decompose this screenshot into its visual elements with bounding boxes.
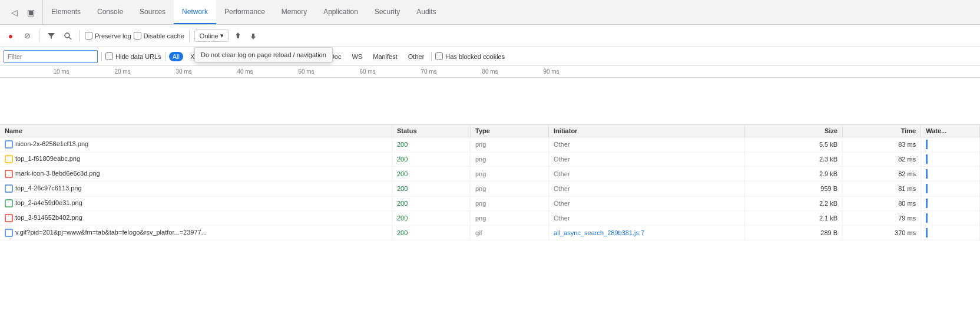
- download-button[interactable]: [247, 29, 260, 42]
- cell-size: 2.9 kB: [744, 167, 842, 182]
- cell-status: 200: [392, 152, 470, 167]
- timeline: 10 ms 20 ms 30 ms 40 ms 50 ms 60 ms 70 m…: [0, 66, 980, 125]
- col-header-initiator[interactable]: Initiator: [549, 125, 745, 137]
- tick-80ms: 80 ms: [482, 68, 498, 75]
- initiator-other: Other: [554, 215, 570, 222]
- preserve-log-checkbox[interactable]: [85, 32, 92, 39]
- tick-20ms: 20 ms: [114, 68, 130, 75]
- col-header-waterfall[interactable]: Wate...: [921, 125, 980, 137]
- cell-size: 959 B: [744, 182, 842, 196]
- tab-network[interactable]: Network: [174, 0, 216, 24]
- preserve-log-label[interactable]: Preserve log: [85, 32, 131, 39]
- filter-bar: Hide data URLs All XHR JS CSS Img Media …: [0, 47, 980, 66]
- cell-initiator: Other: [549, 152, 745, 167]
- tick-30ms: 30 ms: [176, 68, 191, 75]
- cell-name: top_3-914652b402.png: [0, 211, 392, 226]
- cell-size: 289 B: [744, 226, 842, 240]
- file-icon: [5, 214, 13, 222]
- cell-waterfall: [921, 137, 980, 152]
- table-header-row: Name Status Type Initiator Size Time Wat…: [0, 125, 980, 137]
- table-row[interactable]: top_1-f61809eabc.png 200 png Other 2.3 k…: [0, 152, 980, 167]
- filter-button[interactable]: [44, 29, 58, 43]
- online-button[interactable]: Online ▾: [194, 29, 229, 42]
- cell-waterfall: [921, 196, 980, 211]
- table-row[interactable]: top_2-a4e59d0e31.png 200 png Other 2.2 k…: [0, 196, 980, 211]
- cell-time: 82 ms: [843, 167, 921, 182]
- tab-memory[interactable]: Memory: [273, 0, 315, 24]
- cell-name: top_4-26c97c6113.png: [0, 182, 392, 196]
- table-row[interactable]: nicon-2x-6258e1cf13.png 200 png Other 5.…: [0, 137, 980, 152]
- cell-name: top_2-a4e59d0e31.png: [0, 196, 392, 211]
- cell-time: 81 ms: [843, 182, 921, 196]
- col-header-name[interactable]: Name: [0, 125, 392, 137]
- record-button[interactable]: ●: [4, 29, 18, 43]
- cell-type: png: [470, 137, 548, 152]
- cell-time: 82 ms: [843, 152, 921, 167]
- cell-type: png: [470, 196, 548, 211]
- cell-size: 5.5 kB: [744, 137, 842, 152]
- waterfall-bar: [926, 169, 928, 179]
- cell-name: nicon-2x-6258e1cf13.png: [0, 137, 392, 152]
- dock-icon[interactable]: ▣: [24, 5, 38, 19]
- hide-data-urls-checkbox[interactable]: [105, 52, 113, 60]
- cell-time: 80 ms: [843, 196, 921, 211]
- filter-input[interactable]: [4, 50, 98, 63]
- blocked-cookies-checkbox[interactable]: [435, 52, 443, 60]
- cell-status: 200: [392, 226, 470, 240]
- blocked-cookies-label[interactable]: Has blocked cookies: [435, 52, 505, 60]
- filter-all-button[interactable]: All: [169, 52, 183, 61]
- table-row[interactable]: top_3-914652b402.png 200 png Other 2.1 k…: [0, 211, 980, 226]
- initiator-other: Other: [554, 156, 570, 163]
- cell-time: 83 ms: [843, 137, 921, 152]
- hide-data-urls-label[interactable]: Hide data URLs: [105, 52, 161, 60]
- cell-name: mark-icon-3-8ebd6e6c3d.png: [0, 167, 392, 182]
- back-icon[interactable]: ◁: [7, 5, 21, 19]
- cell-status: 200: [392, 196, 470, 211]
- table-body: nicon-2x-6258e1cf13.png 200 png Other 5.…: [0, 137, 980, 240]
- col-header-status[interactable]: Status: [392, 125, 470, 137]
- cell-waterfall: [921, 211, 980, 226]
- upload-button[interactable]: [231, 29, 244, 42]
- tab-sources[interactable]: Sources: [131, 0, 174, 24]
- svg-rect-7: [5, 215, 12, 222]
- disable-cache-label[interactable]: Disable cache: [134, 32, 184, 39]
- disable-cache-checkbox[interactable]: [134, 32, 141, 39]
- col-header-type[interactable]: Type: [470, 125, 548, 137]
- filter-manifest-button[interactable]: Manifest: [369, 52, 401, 61]
- table-row[interactable]: top_4-26c97c6113.png 200 png Other 959 B…: [0, 182, 980, 196]
- file-icon: [5, 170, 13, 178]
- table-row[interactable]: mark-icon-3-8ebd6e6c3d.png 200 png Other…: [0, 167, 980, 182]
- cell-status: 200: [392, 182, 470, 196]
- file-icon: [5, 184, 13, 193]
- tick-50ms: 50 ms: [298, 68, 314, 75]
- cell-status: 200: [392, 137, 470, 152]
- tab-application[interactable]: Application: [315, 0, 366, 24]
- table-row[interactable]: v.gif?pid=201&pj=www&fm=tab&tab=felogo&r…: [0, 226, 980, 240]
- cell-initiator: all_async_search_289b381.js:7: [549, 226, 745, 240]
- col-header-size[interactable]: Size: [744, 125, 842, 137]
- tab-audits[interactable]: Audits: [408, 0, 444, 24]
- file-icon: [5, 229, 13, 237]
- cell-waterfall: [921, 152, 980, 167]
- cell-initiator: Other: [549, 182, 745, 196]
- tab-performance[interactable]: Performance: [216, 0, 273, 24]
- filter-ws-button[interactable]: WS: [348, 52, 366, 61]
- cell-waterfall: [921, 167, 980, 182]
- cell-waterfall: [921, 182, 980, 196]
- tab-elements[interactable]: Elements: [43, 0, 89, 24]
- tab-console[interactable]: Console: [89, 0, 131, 24]
- initiator-link[interactable]: all_async_search_289b381.js:7: [554, 229, 644, 236]
- cell-time: 79 ms: [843, 211, 921, 226]
- svg-line-1: [69, 37, 71, 39]
- filter-other-button[interactable]: Other: [405, 52, 428, 61]
- waterfall-bar: [926, 154, 928, 164]
- col-header-time[interactable]: Time: [843, 125, 921, 137]
- toolbar-separator-1: [39, 30, 39, 42]
- tab-security[interactable]: Security: [366, 0, 408, 24]
- cell-type: gif: [470, 226, 548, 240]
- toolbar-separator-3: [189, 30, 190, 42]
- search-button[interactable]: [61, 29, 75, 43]
- stop-button[interactable]: ⊘: [20, 29, 34, 43]
- timeline-ticks: 10 ms 20 ms 30 ms 40 ms 50 ms 60 ms 70 m…: [0, 66, 980, 78]
- cell-time: 370 ms: [843, 226, 921, 240]
